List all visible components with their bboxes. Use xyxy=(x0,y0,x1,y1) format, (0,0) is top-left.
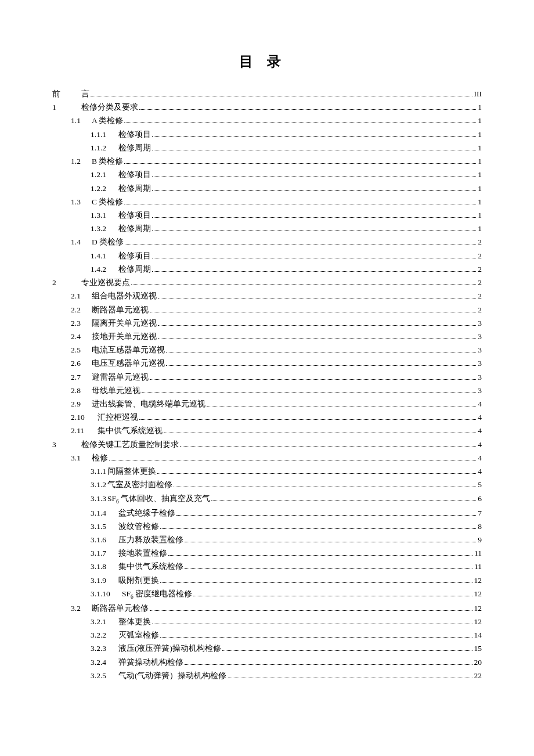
toc-leader xyxy=(185,537,476,542)
toc-entry-page: 12 xyxy=(474,602,482,615)
toc-entry-number: 1.1.1 xyxy=(91,128,118,141)
toc-entry-page: 11 xyxy=(474,560,482,573)
toc-leader xyxy=(152,253,476,258)
toc-entry-page: 2 xyxy=(478,262,482,276)
toc-entry-text: 波纹管检修 xyxy=(118,520,159,533)
toc-entry: 3.1.5波纹管检修8 xyxy=(52,520,482,533)
toc-entry-page: 12 xyxy=(474,587,482,600)
toc-entry-text: 电压互感器单元巡视 xyxy=(92,357,165,370)
toc-entry-number: 前 xyxy=(52,87,81,100)
toc-entry-number: 2.4 xyxy=(71,330,92,343)
toc-leader xyxy=(160,577,472,582)
toc-entry: 1.3.1检修项目1 xyxy=(52,208,482,222)
toc-entry: 3.1.8集中供气系统检修11 xyxy=(52,560,482,573)
toc-entry-page: 1 xyxy=(478,208,482,222)
toc-entry-number: 2 xyxy=(52,276,81,289)
toc-entry-number: 1 xyxy=(52,100,81,114)
toc-entry-text: 隔离开关单元巡视 xyxy=(92,316,157,330)
toc-entry-number: 3.1.3 xyxy=(91,492,106,505)
toc-entry-number: 2.8 xyxy=(71,384,92,397)
toc-entry: 2.6电压互感器单元巡视3 xyxy=(52,357,482,370)
toc-leader xyxy=(152,131,476,136)
toc-entry: 3检修关键工艺质量控制要求4 xyxy=(52,438,482,451)
toc-entry: 3.1.3SF6 气体回收、抽真空及充气6 xyxy=(52,492,482,506)
toc-title: 目录 xyxy=(52,52,482,71)
toc-entry: 1.1.2检修周期1 xyxy=(52,141,482,154)
toc-entry-text: 检修周期 xyxy=(118,222,151,235)
toc-entry-text: A 类检修 xyxy=(92,114,123,127)
toc-entry-page: 1 xyxy=(478,128,482,141)
toc-leader xyxy=(174,482,476,487)
toc-entry-page: 1 xyxy=(478,141,482,154)
toc-entry-number: 3.1.2 xyxy=(91,478,106,491)
toc-entry-page: 1 xyxy=(478,222,482,235)
toc-entry: 3.1.4盆式绝缘子检修7 xyxy=(52,506,482,520)
toc-leader xyxy=(91,91,472,96)
toc-entry-text: 检修关键工艺质量控制要求 xyxy=(81,438,179,451)
toc-entry-text: 专业巡视要点 xyxy=(81,276,130,289)
toc-entry-page: 3 xyxy=(478,330,482,343)
toc-entry-page: 2 xyxy=(478,235,482,249)
toc-entry-number: 2.10 xyxy=(71,411,98,424)
toc-leader xyxy=(164,428,476,433)
toc-entry-page: 20 xyxy=(474,656,482,669)
toc-entry-text: 断路器单元巡视 xyxy=(92,303,149,316)
toc-entry-page: 22 xyxy=(474,669,482,682)
toc-list: 前言III1检修分类及要求11.1A 类检修11.1.1检修项目11.1.2检修… xyxy=(52,87,482,682)
toc-entry-text: 检修项目 xyxy=(118,249,151,262)
toc-leader xyxy=(180,441,476,447)
toc-entry-text: 检修周期 xyxy=(118,262,151,276)
toc-leader xyxy=(152,185,476,190)
toc-entry-number: 3 xyxy=(52,438,81,451)
toc-entry-page: 15 xyxy=(474,642,482,655)
toc-entry-text: 母线单元巡视 xyxy=(92,384,140,397)
toc-entry-text: 检修周期 xyxy=(118,141,151,154)
toc-entry-text: 检修分类及要求 xyxy=(81,100,138,114)
toc-entry-text: 整体更换 xyxy=(118,615,151,628)
toc-leader xyxy=(150,307,476,312)
toc-entry-text: 集中供气系统检修 xyxy=(118,560,183,573)
toc-entry-number: 3.1.6 xyxy=(91,533,118,546)
toc-entry: 2.9进出线套管、电缆终端单元巡视4 xyxy=(52,397,482,411)
toc-entry-page: 12 xyxy=(474,574,482,587)
toc-entry-page: 2 xyxy=(478,303,482,316)
toc-entry-text: 集中供气系统巡视 xyxy=(98,424,163,437)
toc-entry: 1.2.2检修周期1 xyxy=(52,182,482,195)
toc-entry-text: 组合电器外观巡视 xyxy=(92,289,157,303)
toc-entry-page: 14 xyxy=(474,628,482,642)
toc-leader xyxy=(152,172,476,177)
toc-entry-number: 1.3.2 xyxy=(91,222,118,235)
toc-entry-number: 1.2 xyxy=(71,154,92,168)
toc-entry: 前言III xyxy=(52,87,482,100)
toc-leader xyxy=(152,619,472,624)
toc-entry: 1.2.1检修项目1 xyxy=(52,168,482,181)
toc-entry-number: 2.1 xyxy=(71,289,92,303)
toc-entry-page: 4 xyxy=(478,465,482,478)
toc-entry: 3.1检修4 xyxy=(52,451,482,465)
toc-entry: 1检修分类及要求1 xyxy=(52,100,482,114)
toc-entry-number: 3.1.1 xyxy=(91,465,106,478)
toc-entry-number: 2.2 xyxy=(71,303,92,316)
toc-entry: 3.1.7接地装置检修11 xyxy=(52,546,482,560)
toc-entry-number: 3.2 xyxy=(71,602,92,615)
toc-leader xyxy=(160,523,476,528)
toc-leader xyxy=(158,334,476,339)
toc-entry: 1.2B 类检修1 xyxy=(52,154,482,168)
toc-entry-text: 接地开关单元巡视 xyxy=(92,330,157,343)
toc-leader xyxy=(125,239,476,244)
toc-leader xyxy=(157,469,476,474)
toc-entry-number: 1.1 xyxy=(71,114,92,127)
toc-entry: 2.4接地开关单元巡视3 xyxy=(52,330,482,343)
toc-entry-page: 2 xyxy=(478,249,482,262)
toc-entry-page: 1 xyxy=(478,182,482,195)
toc-entry: 1.3.2检修周期1 xyxy=(52,222,482,235)
toc-entry-text: 液压(液压弹簧)操动机构检修 xyxy=(118,642,221,655)
toc-entry-page: 7 xyxy=(478,506,482,520)
toc-entry-page: 4 xyxy=(478,424,482,437)
toc-leader xyxy=(166,361,476,366)
toc-entry: 3.1.10SF6 密度继电器检修12 xyxy=(52,587,482,602)
toc-entry: 3.2.4弹簧操动机构检修20 xyxy=(52,656,482,669)
toc-entry-number: 2.3 xyxy=(71,316,92,330)
toc-entry: 2.2断路器单元巡视2 xyxy=(52,303,482,316)
toc-leader xyxy=(150,605,472,610)
